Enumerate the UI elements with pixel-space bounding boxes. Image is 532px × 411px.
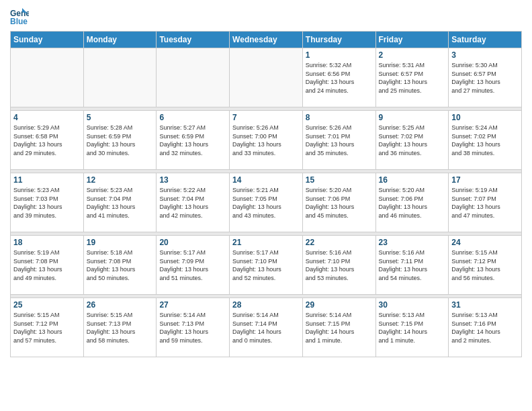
day-cell: 11Sunrise: 5:23 AM Sunset: 7:03 PM Dayli… <box>11 173 84 232</box>
day-number: 26 <box>87 300 154 310</box>
day-cell: 10Sunrise: 5:24 AM Sunset: 7:02 PM Dayli… <box>449 111 522 170</box>
day-info: Sunrise: 5:14 AM Sunset: 7:15 PM Dayligh… <box>306 311 373 345</box>
day-number: 14 <box>232 175 300 185</box>
day-cell <box>83 48 157 107</box>
day-number: 15 <box>306 175 373 185</box>
week-row-5: 25Sunrise: 5:15 AM Sunset: 7:12 PM Dayli… <box>11 298 522 357</box>
day-number: 5 <box>87 113 154 122</box>
day-info: Sunrise: 5:16 AM Sunset: 7:11 PM Dayligh… <box>379 248 446 282</box>
day-cell: 20Sunrise: 5:17 AM Sunset: 7:09 PM Dayli… <box>157 236 230 295</box>
day-cell: 21Sunrise: 5:17 AM Sunset: 7:10 PM Dayli… <box>230 236 303 295</box>
day-number: 13 <box>159 175 226 185</box>
day-cell: 2Sunrise: 5:31 AM Sunset: 6:57 PM Daylig… <box>375 48 449 107</box>
day-number: 23 <box>379 238 446 247</box>
logo: General Blue <box>10 7 31 26</box>
day-number: 9 <box>379 113 446 122</box>
day-info: Sunrise: 5:14 AM Sunset: 7:14 PM Dayligh… <box>232 311 300 345</box>
day-info: Sunrise: 5:28 AM Sunset: 6:59 PM Dayligh… <box>87 124 154 157</box>
day-number: 25 <box>13 300 81 310</box>
day-cell <box>157 48 230 107</box>
svg-text:Blue: Blue <box>10 17 28 26</box>
day-number: 10 <box>451 113 519 122</box>
day-cell: 7Sunrise: 5:26 AM Sunset: 7:00 PM Daylig… <box>230 111 303 170</box>
day-cell: 26Sunrise: 5:15 AM Sunset: 7:13 PM Dayli… <box>83 298 157 357</box>
day-info: Sunrise: 5:13 AM Sunset: 7:15 PM Dayligh… <box>379 311 446 345</box>
weekday-header-wednesday: Wednesday <box>230 32 303 48</box>
logo-icon: General Blue <box>10 7 29 26</box>
day-info: Sunrise: 5:15 AM Sunset: 7:13 PM Dayligh… <box>87 311 154 345</box>
day-info: Sunrise: 5:32 AM Sunset: 6:56 PM Dayligh… <box>306 61 373 95</box>
day-info: Sunrise: 5:26 AM Sunset: 7:00 PM Dayligh… <box>232 124 300 157</box>
day-info: Sunrise: 5:31 AM Sunset: 6:57 PM Dayligh… <box>379 61 446 95</box>
day-info: Sunrise: 5:29 AM Sunset: 6:58 PM Dayligh… <box>13 124 81 157</box>
day-number: 27 <box>159 300 226 310</box>
weekday-header-sunday: Sunday <box>11 32 84 48</box>
week-row-1: 1Sunrise: 5:32 AM Sunset: 6:56 PM Daylig… <box>11 48 522 107</box>
day-cell: 3Sunrise: 5:30 AM Sunset: 6:57 PM Daylig… <box>449 48 522 107</box>
day-info: Sunrise: 5:15 AM Sunset: 7:12 PM Dayligh… <box>13 311 81 345</box>
day-cell: 5Sunrise: 5:28 AM Sunset: 6:59 PM Daylig… <box>83 111 157 170</box>
day-number: 6 <box>159 113 226 122</box>
weekday-header-tuesday: Tuesday <box>157 32 230 48</box>
weekday-header-thursday: Thursday <box>302 32 375 48</box>
day-cell: 17Sunrise: 5:19 AM Sunset: 7:07 PM Dayli… <box>449 173 522 232</box>
day-number: 22 <box>306 238 373 247</box>
weekday-header-friday: Friday <box>375 32 449 48</box>
day-cell: 31Sunrise: 5:13 AM Sunset: 7:16 PM Dayli… <box>449 298 522 357</box>
day-info: Sunrise: 5:19 AM Sunset: 7:07 PM Dayligh… <box>451 186 519 220</box>
day-number: 31 <box>451 300 519 310</box>
day-cell: 22Sunrise: 5:16 AM Sunset: 7:10 PM Dayli… <box>302 236 375 295</box>
weekday-header-row: SundayMondayTuesdayWednesdayThursdayFrid… <box>11 32 522 48</box>
day-number: 16 <box>379 175 446 185</box>
day-number: 24 <box>451 238 519 247</box>
day-number: 2 <box>379 50 446 60</box>
weekday-header-monday: Monday <box>83 32 157 48</box>
day-info: Sunrise: 5:23 AM Sunset: 7:04 PM Dayligh… <box>87 186 154 220</box>
day-cell: 16Sunrise: 5:20 AM Sunset: 7:06 PM Dayli… <box>375 173 449 232</box>
day-number: 30 <box>379 300 446 310</box>
day-info: Sunrise: 5:26 AM Sunset: 7:01 PM Dayligh… <box>306 124 373 157</box>
day-number: 4 <box>13 113 81 122</box>
day-number: 11 <box>13 175 81 185</box>
day-cell: 12Sunrise: 5:23 AM Sunset: 7:04 PM Dayli… <box>83 173 157 232</box>
day-cell: 9Sunrise: 5:25 AM Sunset: 7:02 PM Daylig… <box>375 111 449 170</box>
day-cell: 29Sunrise: 5:14 AM Sunset: 7:15 PM Dayli… <box>302 298 375 357</box>
day-info: Sunrise: 5:15 AM Sunset: 7:12 PM Dayligh… <box>451 248 519 282</box>
day-number: 18 <box>13 238 81 247</box>
day-info: Sunrise: 5:19 AM Sunset: 7:08 PM Dayligh… <box>13 248 81 282</box>
day-info: Sunrise: 5:22 AM Sunset: 7:04 PM Dayligh… <box>159 186 226 220</box>
day-info: Sunrise: 5:13 AM Sunset: 7:16 PM Dayligh… <box>451 311 519 345</box>
day-cell: 23Sunrise: 5:16 AM Sunset: 7:11 PM Dayli… <box>375 236 449 295</box>
day-info: Sunrise: 5:17 AM Sunset: 7:10 PM Dayligh… <box>232 248 300 282</box>
day-cell: 25Sunrise: 5:15 AM Sunset: 7:12 PM Dayli… <box>11 298 84 357</box>
day-cell: 4Sunrise: 5:29 AM Sunset: 6:58 PM Daylig… <box>11 111 84 170</box>
day-number: 21 <box>232 238 300 247</box>
day-cell: 13Sunrise: 5:22 AM Sunset: 7:04 PM Dayli… <box>157 173 230 232</box>
day-cell: 8Sunrise: 5:26 AM Sunset: 7:01 PM Daylig… <box>302 111 375 170</box>
day-info: Sunrise: 5:21 AM Sunset: 7:05 PM Dayligh… <box>232 186 300 220</box>
day-number: 8 <box>306 113 373 122</box>
day-cell <box>11 48 84 107</box>
day-number: 7 <box>232 113 300 122</box>
day-info: Sunrise: 5:20 AM Sunset: 7:06 PM Dayligh… <box>306 186 373 220</box>
day-cell: 6Sunrise: 5:27 AM Sunset: 6:59 PM Daylig… <box>157 111 230 170</box>
day-cell: 18Sunrise: 5:19 AM Sunset: 7:08 PM Dayli… <box>11 236 84 295</box>
week-row-3: 11Sunrise: 5:23 AM Sunset: 7:03 PM Dayli… <box>11 173 522 232</box>
calendar-table: SundayMondayTuesdayWednesdayThursdayFrid… <box>10 31 522 357</box>
day-cell: 30Sunrise: 5:13 AM Sunset: 7:15 PM Dayli… <box>375 298 449 357</box>
day-number: 29 <box>306 300 373 310</box>
day-number: 19 <box>87 238 154 247</box>
day-cell <box>230 48 303 107</box>
day-number: 1 <box>306 50 373 60</box>
day-info: Sunrise: 5:25 AM Sunset: 7:02 PM Dayligh… <box>379 124 446 157</box>
day-number: 3 <box>451 50 519 60</box>
day-info: Sunrise: 5:14 AM Sunset: 7:13 PM Dayligh… <box>159 311 226 345</box>
day-cell: 1Sunrise: 5:32 AM Sunset: 6:56 PM Daylig… <box>302 48 375 107</box>
day-cell: 15Sunrise: 5:20 AM Sunset: 7:06 PM Dayli… <box>302 173 375 232</box>
day-number: 28 <box>232 300 300 310</box>
day-number: 17 <box>451 175 519 185</box>
day-info: Sunrise: 5:23 AM Sunset: 7:03 PM Dayligh… <box>13 186 81 220</box>
week-row-4: 18Sunrise: 5:19 AM Sunset: 7:08 PM Dayli… <box>11 236 522 295</box>
day-info: Sunrise: 5:18 AM Sunset: 7:08 PM Dayligh… <box>87 248 154 282</box>
day-number: 20 <box>159 238 226 247</box>
